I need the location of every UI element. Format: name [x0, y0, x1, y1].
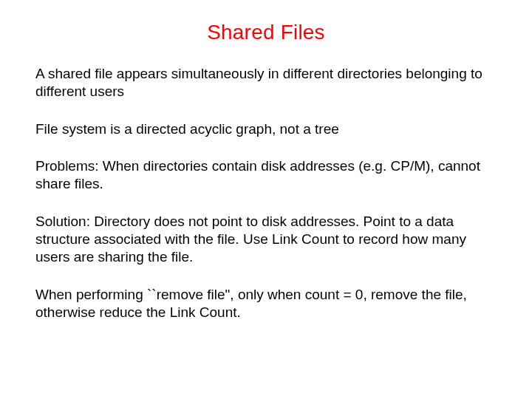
- paragraph-3: Problems: When directories contain disk …: [35, 157, 497, 194]
- paragraph-4: Solution: Directory does not point to di…: [35, 213, 497, 267]
- paragraph-5: When performing ``remove file", only whe…: [35, 286, 497, 322]
- paragraph-1: A shared file appears simultaneously in …: [35, 65, 497, 101]
- slide-container: Shared Files A shared file appears simul…: [0, 0, 532, 399]
- page-title: Shared Files: [35, 21, 497, 44]
- paragraph-2: File system is a directed acyclic graph,…: [35, 120, 497, 138]
